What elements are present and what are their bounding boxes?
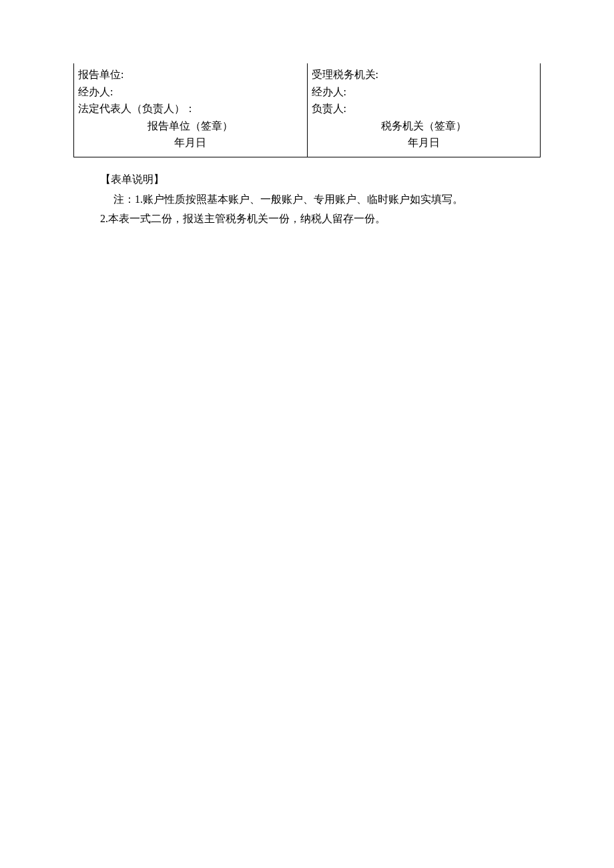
notes-title: 【表单说明】 [100, 169, 614, 189]
tax-authority-seal: 税务机关（签章） [312, 117, 537, 135]
report-unit-seal: 报告单位（签章） [78, 117, 303, 135]
report-date-line: 年月日 [78, 134, 303, 151]
note-line-2: 2.本表一式二份，报送主管税务机关一份，纳税人留存一份。 [100, 209, 614, 229]
report-operator-label: 经办人: [78, 83, 303, 101]
report-unit-label: 报告单位: [78, 66, 303, 83]
report-unit-column: 报告单位: 经办人: 法定代表人（负责人）： 报告单位（签章） 年月日 [73, 63, 307, 157]
authority-date-line: 年月日 [312, 134, 537, 151]
tax-authority-label: 受理税务机关: [312, 66, 537, 83]
legal-representative-label: 法定代表人（负责人）： [78, 100, 303, 117]
authority-operator-label: 经办人: [312, 83, 537, 101]
tax-authority-column: 受理税务机关: 经办人: 负责人: 税务机关（签章） 年月日 [307, 63, 541, 157]
form-notes: 【表单说明】 注：1.账户性质按照基本账户、一般账户、专用账户、临时账户如实填写… [100, 169, 614, 229]
person-in-charge-label: 负责人: [312, 100, 537, 117]
note-line-1: 注：1.账户性质按照基本账户、一般账户、专用账户、临时账户如实填写。 [113, 189, 614, 209]
signature-table: 报告单位: 经办人: 法定代表人（负责人）： 报告单位（签章） 年月日 受理税务… [73, 63, 541, 157]
